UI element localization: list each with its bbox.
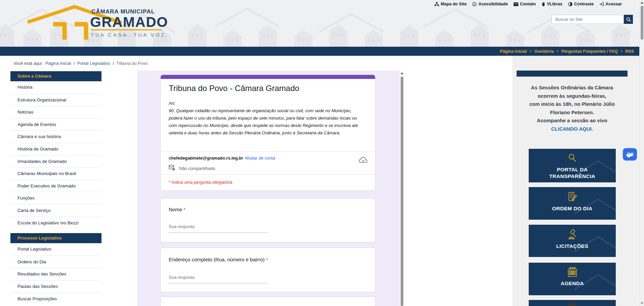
- sidebar-item-escola-legislativo[interactable]: Escola do Legislativo Ivo Bezzi: [10, 217, 102, 229]
- search-icon: [626, 17, 631, 22]
- button-label: ORDEM DO DIA: [544, 205, 601, 212]
- contrast-icon: [568, 2, 572, 6]
- tenders-button[interactable]: LICITAÇÕES: [529, 225, 616, 257]
- scrollbar-up-arrow[interactable]: [401, 72, 403, 74]
- saved-to-drive-icon: [359, 157, 368, 165]
- logo-pillar-left: [53, 24, 65, 40]
- accessibility-icon: [472, 2, 477, 6]
- login-link[interactable]: Acessar: [599, 2, 622, 6]
- sessions-info: As Sessões Ordinárias da Câmara ocorrem …: [513, 84, 631, 133]
- logo-pillar-right: [75, 24, 86, 40]
- breadcrumb: Você está aqui: Página Inicial / Portal …: [13, 61, 149, 66]
- nav-ouvidoria[interactable]: Ouvidoria: [534, 49, 554, 54]
- sidebar-item-noticias[interactable]: Notícias: [10, 106, 102, 118]
- sessions-info-line: Floriano Petersen.: [513, 108, 631, 117]
- sidebar-section-processo[interactable]: Processo Legislativo: [10, 233, 102, 243]
- login-label: Acessar: [605, 2, 622, 6]
- sidebar-item-estrutura[interactable]: Estrutura Organizacional: [10, 94, 102, 106]
- embedded-form: Tribuna do Povo - Câmara Gramado Art. 90…: [137, 71, 404, 306]
- sidebar-item-poder-executivo[interactable]: Poder Executivo de Gramado: [10, 180, 102, 192]
- search-button[interactable]: [624, 15, 633, 24]
- order-list-icon: [567, 191, 578, 204]
- required-asterisk: *: [184, 207, 186, 212]
- form-description: Art. 90. Qualquer cidadão ou representan…: [169, 100, 361, 137]
- nav-faq[interactable]: Perguntas Frequentes / FAQ: [561, 49, 618, 54]
- question-card-endereco: Endereço completo (Rua, número e bairro)…: [160, 248, 375, 292]
- sidebar-item-resultados-sessoes[interactable]: Resultados das Sessões: [10, 268, 102, 280]
- sidebar-item-funcoes[interactable]: Funções: [10, 192, 102, 204]
- sidebar-item-camara-historia[interactable]: Câmara e sua história: [10, 130, 102, 143]
- watch-live-link[interactable]: CLICANDO AQUI.: [513, 125, 631, 133]
- vlibras-link[interactable]: VLibras: [541, 2, 562, 6]
- page: Mapa do Site Acessibilidade Contato VLib…: [0, 0, 644, 306]
- breadcrumb-separator: /: [113, 61, 114, 66]
- sessions-info-line: com início às 18h, no Plenário Júlio: [513, 100, 631, 108]
- breadcrumb-portal-link[interactable]: Portal Legislativo: [77, 61, 110, 66]
- transparency-portal-button[interactable]: PORTAL DA TRANSPARÊNCIA: [529, 149, 616, 182]
- contact-link[interactable]: Contato: [514, 2, 536, 6]
- signin-icon: [599, 2, 604, 6]
- breadcrumb-prefix: Você está aqui:: [13, 61, 43, 66]
- scrollbar-thumb[interactable]: [401, 77, 403, 306]
- nav-pagina-inicial[interactable]: Página Inicial: [500, 49, 527, 54]
- form-scrollbar: [400, 71, 404, 306]
- sidebar-section-sobre[interactable]: Sobre a Câmara: [10, 71, 102, 81]
- site-search: [552, 15, 633, 24]
- calendar-icon: [567, 267, 578, 279]
- form-description-intro: Art.: [169, 100, 361, 107]
- nav-separator: •: [530, 49, 531, 54]
- sidebar-item-portal-legislativo[interactable]: Portal Legislativo: [10, 243, 102, 256]
- form-header-card: Tribuna do Povo - Câmara Gramado Art. 90…: [160, 75, 375, 191]
- page-scroll-up-arrow[interactable]: [641, 2, 643, 4]
- question-label-text: Nome: [169, 207, 182, 212]
- button-label: AGENDA: [552, 280, 593, 287]
- sidebar-item-historia[interactable]: História: [10, 81, 102, 94]
- sidebar-item-irmandades[interactable]: Irmandades de Gramado: [10, 155, 102, 168]
- sidebar-item-camaras-brasil[interactable]: Câmaras Municipais no Brasil: [10, 167, 102, 180]
- account-email: chefedegabinete@gramado.rs.leg.br: [169, 156, 243, 161]
- answer-input-nome[interactable]: [169, 223, 268, 233]
- sitemap-link[interactable]: Mapa do Site: [435, 2, 467, 6]
- sessions-info-line: Acompanhe a sessão ao vivo: [513, 117, 631, 125]
- contrast-label: Contraste: [574, 2, 594, 6]
- agenda-button[interactable]: AGENDA: [529, 263, 616, 295]
- main-navbar: Página Inicial • Ouvidoria • Perguntas F…: [0, 47, 644, 56]
- change-account-link[interactable]: Mudar de conta: [245, 156, 275, 161]
- search-input[interactable]: [552, 15, 624, 24]
- header: Mapa do Site Acessibilidade Contato VLib…: [0, 0, 644, 47]
- required-note: * Indica uma pergunta obrigatória: [169, 180, 232, 185]
- breadcrumb-current: Tribuna do Povo: [116, 61, 148, 66]
- breadcrumb-home-link[interactable]: Página Inicial: [45, 61, 71, 66]
- shared-status-row: Não compartilhado: [169, 165, 215, 172]
- order-of-day-button[interactable]: ORDEM DO DIA: [529, 187, 616, 220]
- page-scrollbar: [639, 0, 644, 306]
- accessibility-link[interactable]: Acessibilidade: [472, 2, 508, 6]
- required-asterisk: *: [266, 257, 268, 262]
- partial-button-icon: [567, 303, 577, 306]
- button-label: PORTAL DA TRANSPARÊNCIA: [529, 166, 616, 180]
- answer-input-endereco[interactable]: [169, 274, 268, 283]
- page-scroll-thumb[interactable]: [641, 6, 643, 40]
- sessions-info-line: ocorrem às segundas-feiras,: [513, 92, 631, 100]
- shared-status-text: Não compartilhado: [179, 166, 215, 171]
- vlibras-widget-button[interactable]: [623, 148, 637, 161]
- sidebar-item-ordens-dia[interactable]: Ordens do Dia: [10, 256, 102, 268]
- contrast-link[interactable]: Contraste: [568, 2, 594, 6]
- divider: [161, 151, 375, 152]
- button-label: LICITAÇÕES: [548, 243, 597, 250]
- page-scroll-down-arrow[interactable]: [641, 302, 643, 304]
- left-sidebar: Sobre a Câmara História Estrutura Organi…: [10, 71, 102, 305]
- site-logo[interactable]: CÂMARA MUNICIPAL GRAMADO TUA CASA. TUA V…: [24, 3, 182, 43]
- nav-separator: •: [557, 49, 558, 54]
- sidebar-item-carta-servico[interactable]: Carta de Serviço: [10, 204, 102, 217]
- form-theme-bar: [161, 75, 375, 79]
- breadcrumb-separator: /: [74, 61, 75, 66]
- sidebar-item-pautas-sessoes[interactable]: Pautas das Sessões: [10, 280, 102, 293]
- gavel-icon: [567, 229, 578, 242]
- sidebar-item-historia-gramado[interactable]: História de Gramado: [10, 143, 102, 155]
- vlibras-hands-icon: [625, 150, 635, 159]
- nav-rss[interactable]: RSS: [625, 49, 634, 54]
- sidebar-item-agenda-eventos[interactable]: Agenda de Eventos: [10, 118, 102, 131]
- next-side-button-partial[interactable]: [529, 300, 616, 306]
- sidebar-item-buscar-proposicoes[interactable]: Buscar Proposições: [10, 293, 102, 305]
